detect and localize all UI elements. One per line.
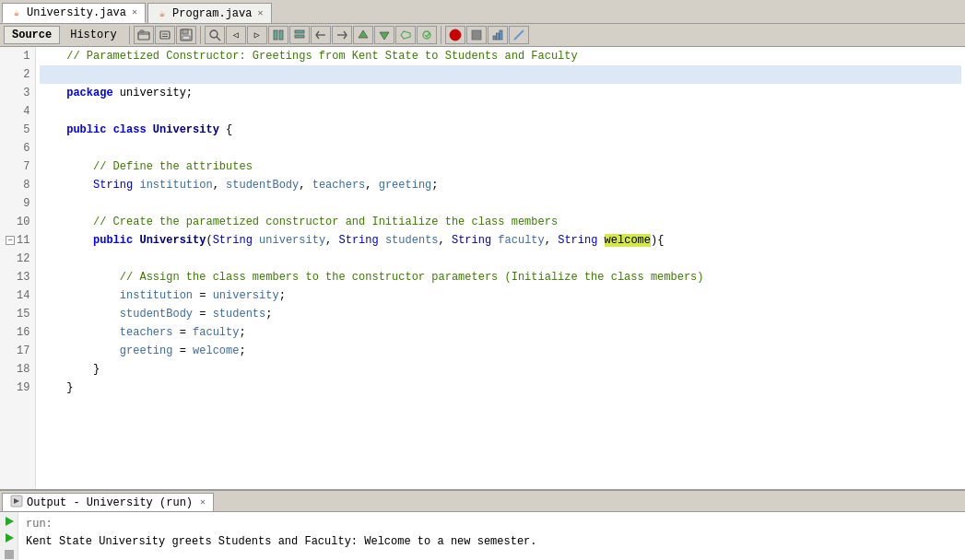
line-num-8: 8 bbox=[6, 176, 29, 194]
svg-rect-30 bbox=[5, 550, 14, 559]
line-num-12: 12 bbox=[6, 250, 29, 268]
line-num-14: 14 bbox=[6, 286, 29, 305]
code-line-18: } bbox=[40, 360, 961, 379]
toolbar-btn-edit[interactable] bbox=[155, 26, 175, 44]
line-num-11: −11 bbox=[6, 231, 29, 250]
svg-rect-23 bbox=[496, 33, 499, 40]
editor-container: 1 2 3 4 5 6 7 8 9 10 −11 12 13 14 15 16 … bbox=[0, 47, 965, 489]
line-num-7: 7 bbox=[6, 158, 29, 176]
line-num-5: 5 bbox=[6, 121, 29, 139]
toolbar-btn-fwd2[interactable] bbox=[332, 26, 352, 44]
code-line-11: public University(String university, Str… bbox=[40, 231, 961, 250]
toolbar: Source History ◁ ▷ bbox=[0, 24, 965, 47]
output-tab-bar: Output - University (run) ✕ bbox=[0, 491, 965, 512]
code-line-16: teachers = faculty; bbox=[40, 323, 961, 342]
svg-rect-0 bbox=[138, 32, 149, 40]
code-line-13: // Assign the class members to the const… bbox=[40, 268, 961, 286]
line-num-4: 4 bbox=[6, 102, 29, 121]
code-line-4 bbox=[40, 102, 961, 121]
svg-rect-1 bbox=[140, 30, 144, 32]
code-line-5: public class University { bbox=[40, 121, 961, 139]
toolbar-btn-member2[interactable] bbox=[417, 26, 437, 44]
svg-rect-11 bbox=[279, 30, 283, 40]
line-num-2: 2 bbox=[6, 65, 29, 84]
history-tab[interactable]: History bbox=[62, 26, 124, 44]
code-line-7: // Define the attributes bbox=[40, 158, 961, 176]
line-num-18: 18 bbox=[6, 360, 29, 379]
svg-line-25 bbox=[514, 30, 524, 40]
line-num-10: 10 bbox=[6, 213, 29, 231]
toolbar-sep-2 bbox=[200, 26, 201, 44]
toolbar-group-3 bbox=[445, 26, 529, 44]
toolbar-btn-toggle1[interactable] bbox=[268, 26, 288, 44]
output-tab-label: Output - University (run) bbox=[27, 496, 193, 509]
output-run-btn-2[interactable] bbox=[2, 531, 17, 545]
output-tab-close[interactable]: ✕ bbox=[200, 498, 206, 508]
svg-marker-16 bbox=[359, 30, 368, 38]
output-body: run: Kent State University greets Studen… bbox=[0, 512, 965, 560]
code-line-12 bbox=[40, 250, 961, 268]
source-tab[interactable]: Source bbox=[4, 26, 60, 44]
output-text: Kent State University greets Students an… bbox=[26, 533, 958, 551]
line-num-6: 6 bbox=[6, 139, 29, 158]
tab-program-close[interactable]: ✕ bbox=[257, 9, 263, 18]
tab-bar: ☕ University.java ✕ ☕ Program.java ✕ bbox=[0, 0, 965, 24]
output-run-btn[interactable] bbox=[2, 514, 17, 529]
output-panel: Output - University (run) ✕ run: Kent St… bbox=[0, 489, 965, 560]
toolbar-btn-toggle2[interactable] bbox=[289, 26, 310, 44]
line-num-19: 19 bbox=[6, 379, 29, 397]
line-num-13: 13 bbox=[6, 268, 29, 286]
toolbar-btn-fwd[interactable]: ▷ bbox=[247, 26, 267, 44]
tab-university[interactable]: ☕ University.java ✕ bbox=[2, 3, 146, 23]
tab-program-label: Program.java bbox=[172, 7, 252, 20]
code-line-17: greeting = welcome; bbox=[40, 342, 961, 360]
output-run-label: run: bbox=[26, 516, 958, 533]
code-line-19: } bbox=[40, 379, 961, 397]
tab-university-close[interactable]: ✕ bbox=[132, 8, 137, 18]
toolbar-btn-back[interactable]: ◁ bbox=[226, 26, 246, 44]
collapse-icon-11[interactable]: − bbox=[6, 236, 15, 245]
svg-rect-22 bbox=[493, 36, 496, 40]
toolbar-btn-profile[interactable] bbox=[488, 26, 508, 44]
tab-program[interactable]: ☕ Program.java ✕ bbox=[147, 3, 271, 23]
toolbar-btn-member[interactable] bbox=[395, 26, 416, 44]
toolbar-btn-search[interactable] bbox=[205, 26, 225, 44]
toolbar-btn-open[interactable] bbox=[134, 26, 154, 44]
java-icon: ☕ bbox=[10, 6, 23, 19]
code-line-10: // Create the parametized constructor an… bbox=[40, 213, 961, 231]
output-stop-btn[interactable] bbox=[2, 547, 17, 560]
toolbar-btn-down[interactable] bbox=[374, 26, 394, 44]
svg-rect-24 bbox=[500, 30, 502, 40]
svg-rect-6 bbox=[182, 29, 188, 34]
code-area[interactable]: // Parametized Constructor: Greetings fr… bbox=[36, 47, 965, 489]
svg-rect-13 bbox=[295, 35, 304, 38]
toolbar-btn-back2[interactable] bbox=[311, 26, 331, 44]
line-num-17: 17 bbox=[6, 342, 29, 360]
output-icon bbox=[10, 495, 23, 511]
svg-rect-12 bbox=[295, 30, 304, 33]
svg-rect-7 bbox=[182, 36, 190, 40]
code-line-8: String institution, studentBody, teacher… bbox=[40, 176, 961, 194]
svg-rect-10 bbox=[274, 30, 277, 40]
tab-university-label: University.java bbox=[27, 6, 126, 19]
toolbar-btn-profile2[interactable] bbox=[509, 26, 529, 44]
code-line-15: studentBody = students; bbox=[40, 305, 961, 323]
toolbar-btn-run-stop[interactable] bbox=[445, 26, 465, 44]
output-tab[interactable]: Output - University (run) ✕ bbox=[2, 493, 214, 511]
toolbar-btn-up[interactable] bbox=[353, 26, 373, 44]
code-line-9 bbox=[40, 194, 961, 213]
line-num-9: 9 bbox=[6, 194, 29, 213]
output-content: run: Kent State University greets Studen… bbox=[18, 512, 965, 560]
svg-rect-2 bbox=[160, 31, 170, 39]
line-numbers: 1 2 3 4 5 6 7 8 9 10 −11 12 13 14 15 16 … bbox=[0, 47, 36, 489]
toolbar-btn-stop[interactable] bbox=[466, 26, 487, 44]
code-line-3: package university; bbox=[40, 84, 961, 102]
code-line-1: // Parametized Constructor: Greetings fr… bbox=[40, 47, 961, 65]
toolbar-btn-save[interactable] bbox=[176, 26, 196, 44]
toolbar-sep-3 bbox=[441, 26, 441, 44]
code-line-14: institution = university; bbox=[40, 286, 961, 305]
code-line-2 bbox=[40, 65, 961, 84]
svg-marker-17 bbox=[380, 32, 389, 40]
code-line-6 bbox=[40, 139, 961, 158]
line-num-1: 1 bbox=[6, 47, 29, 65]
